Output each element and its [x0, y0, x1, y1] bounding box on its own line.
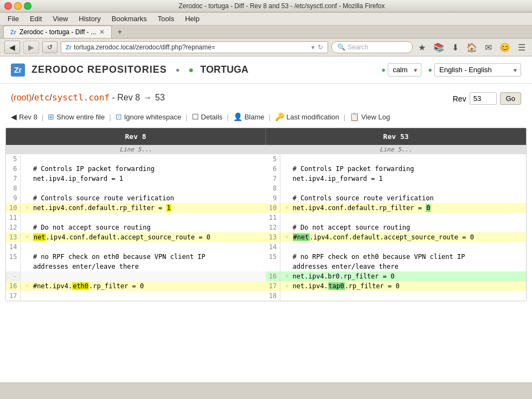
window-controls	[4, 2, 31, 10]
right-line-num: 8	[266, 183, 280, 193]
left-line-code	[21, 242, 266, 252]
home-button[interactable]: 🏠	[464, 41, 479, 54]
menu-edit[interactable]: Edit	[25, 14, 46, 24]
left-line-code: addresses enter/leave there	[21, 262, 266, 271]
breadcrumb-file[interactable]: sysctl.conf	[52, 92, 110, 103]
lastmod-icon: 🔑	[275, 112, 284, 121]
highlight: eth0	[72, 282, 89, 290]
right-line-code	[280, 154, 526, 164]
highlight: net	[33, 233, 46, 241]
highlight: tap0	[328, 282, 345, 290]
maximize-button[interactable]	[24, 2, 31, 10]
diff-header-row: Rev 8 Rev 53	[6, 128, 526, 145]
menu-help[interactable]: Help	[181, 14, 204, 24]
site-logo[interactable]: Zr	[11, 64, 25, 77]
table-row: 8 8	[6, 183, 526, 193]
tab-bar: Zr Zerodoc - tortuga - Diff - ... ✕ +	[0, 26, 532, 39]
calm-select[interactable]: calm	[388, 63, 421, 77]
viewlog-label: View Log	[361, 113, 390, 121]
active-tab[interactable]: Zr Zerodoc - tortuga - Diff - ... ✕	[3, 26, 112, 38]
whitespace-icon: ⊡	[116, 112, 122, 121]
left-line-num: 7	[6, 174, 21, 183]
diff-container: Rev 8 Rev 53 Line 5... Line 5... 5 5	[5, 128, 527, 301]
search-box[interactable]: 🔍 Search	[331, 41, 413, 53]
bookmark-button[interactable]: 📚	[431, 41, 446, 54]
show-entire-icon: ⊞	[48, 112, 54, 121]
breadcrumb-root[interactable]: (root)	[11, 93, 31, 102]
menu-history[interactable]: History	[74, 14, 105, 24]
breadcrumb-dash: -	[110, 93, 117, 102]
address-bar[interactable]: Zr tortuga.zerodoc.local/zerodoc/diff.ph…	[61, 41, 328, 53]
rev-input-field[interactable]	[470, 92, 497, 105]
table-row: 16 ◦ #net.ipv4.eth0.rp_filter = 0 17 ◦ n…	[6, 281, 526, 291]
left-line-code: # Controls source route verification	[21, 193, 266, 203]
left-line-num: 6	[6, 164, 21, 174]
right-line-code	[280, 291, 526, 301]
window-title: Zerodoc - tortuga - Diff - Rev 8 and 53 …	[36, 2, 528, 10]
tab-close-button[interactable]: ✕	[99, 28, 105, 36]
menu-view[interactable]: View	[48, 14, 72, 24]
repo-icon: ●	[189, 65, 194, 75]
table-row: 9 # Controls source route verification 9…	[6, 193, 526, 203]
language-select[interactable]: English - English	[434, 63, 521, 77]
back-button[interactable]: ◀	[4, 41, 20, 54]
viewlog-toolbar-item[interactable]: 📋 View Log	[350, 112, 390, 121]
diff-left-header: Rev 8	[6, 128, 266, 145]
menu-bookmarks[interactable]: Bookmarks	[107, 14, 151, 24]
breadcrumb-area: Rev Go (root)/etc/sysctl.conf - Rev 8→53	[0, 84, 532, 109]
diff-table: Rev 8 Rev 53 Line 5... Line 5... 5 5	[6, 128, 526, 301]
minimize-button[interactable]	[14, 2, 22, 10]
right-line-num: 15	[266, 252, 280, 262]
right-line-num: 12	[266, 223, 280, 232]
address-dropdown-icon[interactable]: ▼	[310, 45, 316, 50]
whitespace-toolbar-item[interactable]: ⊡ Ignore whitespace	[116, 112, 182, 121]
smiley-button[interactable]: 😊	[497, 41, 512, 54]
right-line-code	[280, 242, 526, 252]
left-line-num: 12	[6, 223, 21, 232]
menu-button[interactable]: ☰	[516, 41, 528, 54]
download-button[interactable]: ⬇	[450, 41, 461, 54]
language-select-wrapper: ● English - English	[428, 63, 521, 77]
send-button[interactable]: ✉	[483, 41, 494, 54]
highlight: #net	[293, 233, 310, 241]
details-toolbar-item[interactable]: ☐ Details	[192, 112, 223, 121]
right-line-num: 10	[266, 203, 280, 213]
right-line-num: 17	[266, 281, 280, 291]
go-button[interactable]: Go	[500, 92, 521, 105]
new-tab-button[interactable]: +	[114, 26, 125, 38]
rev-back-icon: ◀	[11, 112, 17, 121]
bookmark-star-button[interactable]: ★	[416, 41, 428, 54]
tab-logo: Zr	[10, 29, 16, 35]
toolbar-sep-1: |	[42, 113, 43, 121]
calm-select-container: calm	[388, 63, 421, 77]
reload-icon[interactable]: ↻	[318, 43, 323, 51]
lastmod-toolbar-item[interactable]: 🔑 Last modification	[275, 112, 339, 121]
show-entire-toolbar-item[interactable]: ⊞ Show entire file	[48, 112, 105, 121]
change-marker: ◦	[285, 273, 289, 280]
site-title: ZERODOC REPOSITORIES	[31, 64, 167, 75]
left-line-num: 15	[6, 252, 21, 262]
right-line-num: 14	[266, 242, 280, 252]
rev-input-area: Rev Go	[453, 92, 521, 105]
close-button[interactable]	[4, 2, 12, 10]
repo-name[interactable]: TORTUGA	[200, 64, 248, 75]
right-line-num: 18	[266, 291, 280, 301]
table-row: 11 11	[6, 213, 526, 223]
rev-back-toolbar-item[interactable]: ◀ Rev 8	[11, 112, 37, 121]
show-entire-label: Show entire file	[56, 113, 105, 121]
blame-toolbar-item[interactable]: 👤 Blame	[233, 112, 265, 121]
reload-button[interactable]: ↺	[42, 41, 57, 53]
menu-bar: File Edit View History Bookmarks Tools H…	[0, 12, 532, 26]
language-select-container: English - English	[434, 63, 521, 77]
forward-button[interactable]: ▶	[23, 41, 39, 54]
menu-file[interactable]: File	[3, 14, 23, 24]
lastmod-label: Last modification	[286, 113, 339, 121]
breadcrumb-dir[interactable]: etc	[34, 92, 50, 103]
header-selects: ● calm ● English - English	[381, 63, 521, 77]
menu-tools[interactable]: Tools	[153, 14, 178, 24]
left-line-num: -	[6, 271, 21, 281]
right-line-num: 13	[266, 232, 280, 242]
repo-separator: ●	[176, 66, 180, 74]
left-line-code: ◦ net.ipv4.conf.default.accept_source_ro…	[21, 232, 266, 242]
blame-icon: 👤	[233, 112, 242, 121]
